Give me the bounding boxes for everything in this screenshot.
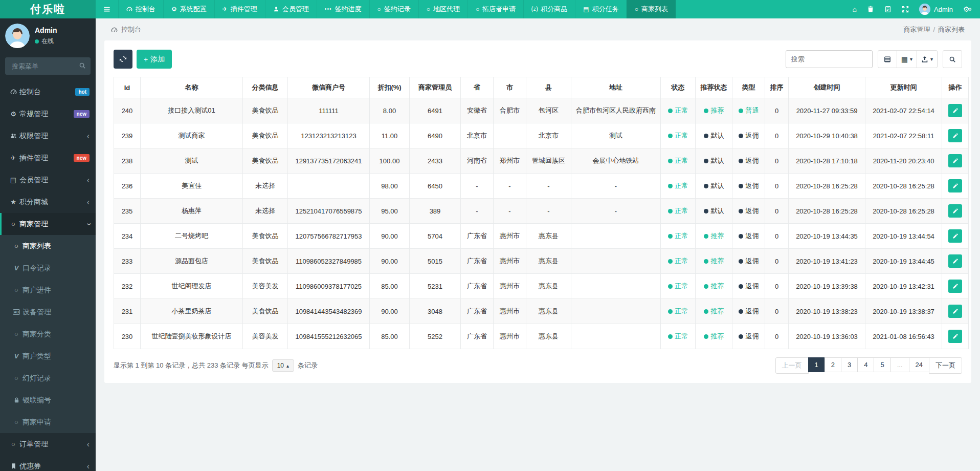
home-icon[interactable]: ⌂ xyxy=(853,6,857,13)
breadcrumb-parent-link[interactable]: 商家管理 xyxy=(903,26,930,33)
sidebar-item-商家列表[interactable]: ○ 商家列表 xyxy=(0,235,96,257)
sidebar-item-常规管理[interactable]: ⚙ 常规管理new xyxy=(0,103,96,125)
user-menu[interactable]: Admin xyxy=(919,4,953,15)
cell-value: 0 xyxy=(775,258,778,265)
sidebar-item-商户类型[interactable]: V 商户类型 xyxy=(0,345,96,367)
cell-value: 233 xyxy=(122,258,133,265)
edit-button[interactable] xyxy=(948,330,962,343)
edit-button[interactable] xyxy=(948,280,962,293)
sidebar-item-会员管理[interactable]: ▤ 会员管理‹ xyxy=(0,169,96,191)
sidebar-item-积分商城[interactable]: ★ 积分商城‹ xyxy=(0,191,96,213)
refresh-button[interactable] xyxy=(114,50,132,69)
edit-button[interactable] xyxy=(948,129,962,142)
cell-value: 美食饮品 xyxy=(252,232,279,240)
navbar-item-地区代理[interactable]: ○地区代理 xyxy=(418,0,467,18)
cell-value: 美食饮品 xyxy=(252,307,279,315)
breadcrumb-current[interactable]: 商家列表 xyxy=(938,26,965,33)
fullscreen-icon[interactable] xyxy=(902,6,909,13)
cell-value: 2020-11-27 09:33:59 xyxy=(796,107,858,115)
sidebar-toggle-button[interactable] xyxy=(96,0,118,18)
navbar-item-插件管理[interactable]: ✈插件管理 xyxy=(214,0,265,18)
sidebar-item-商户进件[interactable]: ○ 商户进件 xyxy=(0,279,96,301)
page-link-下一页[interactable]: 下一页 xyxy=(929,357,962,374)
cell-value: 232 xyxy=(122,283,133,290)
navbar-item-拓店者申请[interactable]: ○拓店者申请 xyxy=(467,0,523,18)
sidebar-item-订单管理[interactable]: ○ 订单管理‹ xyxy=(0,433,96,455)
page-link-5[interactable]: 5 xyxy=(874,357,890,372)
edit-button[interactable] xyxy=(948,305,962,318)
export-button[interactable]: ▾ xyxy=(917,50,938,68)
card-icon: ▤ xyxy=(583,6,589,12)
sidebar: Admin 在线 控制台hot ⚙ 常规管理new 权限管理‹ ✈ 插件管理ne… xyxy=(0,18,96,471)
sidebar-item-权限管理[interactable]: 权限管理‹ xyxy=(0,125,96,147)
user-name-label: Admin xyxy=(934,6,953,13)
sidebar-item-商家分类[interactable]: ○ 商家分类 xyxy=(0,323,96,345)
cell-value: 美食饮品 xyxy=(252,257,279,265)
sidebar-item-label: 会员管理 xyxy=(19,176,48,185)
page-link-1[interactable]: 1 xyxy=(808,357,825,372)
brand-logo[interactable]: 付乐啦 xyxy=(0,0,96,18)
search-icon[interactable] xyxy=(79,62,86,69)
cell-value: 未选择 xyxy=(255,207,275,215)
cell-value: 2021-02-07 22:58:11 xyxy=(873,132,934,140)
sidebar-search-input[interactable] xyxy=(5,57,91,75)
sidebar-item-口令记录[interactable]: V 口令记录 xyxy=(0,257,96,279)
page-link-上一页[interactable]: 上一页 xyxy=(775,357,809,374)
page-link-2[interactable]: 2 xyxy=(825,357,841,372)
edit-button[interactable] xyxy=(948,104,962,117)
sidebar-item-幻灯记录[interactable]: ○ 幻灯记录 xyxy=(0,367,96,389)
navbar-item-控制台[interactable]: 控制台 xyxy=(118,0,163,18)
cell-value: 2433 xyxy=(428,157,442,165)
gauge-icon xyxy=(126,6,132,12)
sidebar-item-控制台[interactable]: 控制台hot xyxy=(0,81,96,103)
table-search-input[interactable] xyxy=(786,50,873,68)
circle-icon: ○ xyxy=(476,6,479,12)
page-link-4[interactable]: 4 xyxy=(857,357,874,372)
sidebar-item-label: 订单管理 xyxy=(19,440,48,449)
sidebar-user-name: Admin xyxy=(35,26,57,34)
columns-button[interactable]: ▦▾ xyxy=(897,50,917,68)
cell-value: - xyxy=(508,182,510,190)
cell-value: 2020-10-28 17:10:18 xyxy=(796,157,858,165)
ellipsis-icon: ••• xyxy=(325,7,332,12)
navbar-item-商家列表[interactable]: ○商家列表 xyxy=(627,0,676,18)
sidebar-item-银联编号[interactable]: 银联编号 xyxy=(0,389,96,411)
circle-icon: ○ xyxy=(377,6,381,12)
sidebar-item-商家申请[interactable]: ○ 商家申请 xyxy=(0,411,96,433)
add-button[interactable]: +添加 xyxy=(137,50,172,69)
status-badge: 推荐 xyxy=(704,282,724,290)
page-link-24[interactable]: 24 xyxy=(909,357,929,372)
page-link-3[interactable]: 3 xyxy=(841,357,858,372)
navbar-item-积分任务[interactable]: ▤积分任务 xyxy=(575,0,626,18)
user-icon xyxy=(273,6,279,12)
status-badge: 返佣 xyxy=(739,157,759,164)
edit-button[interactable] xyxy=(948,154,962,167)
edit-button[interactable] xyxy=(948,254,962,268)
toggle-view-button[interactable] xyxy=(878,50,897,68)
edit-button[interactable] xyxy=(948,204,962,218)
navbar-item-系统配置[interactable]: ⚙系统配置 xyxy=(163,0,214,18)
trash-icon[interactable] xyxy=(867,6,874,13)
sidebar-item-插件管理[interactable]: ✈ 插件管理new xyxy=(0,147,96,169)
search-toggle-button[interactable] xyxy=(943,50,962,68)
table-row: 230世纪陆壹捌美妆形象设计店美容美发10984155521263206585.… xyxy=(114,324,969,349)
avatar[interactable] xyxy=(5,24,30,48)
settings-gears-icon[interactable]: ⚙⚙ xyxy=(963,6,972,13)
edit-button[interactable] xyxy=(948,179,962,192)
navbar-item-签约记录[interactable]: ○签约记录 xyxy=(369,0,418,18)
cell-value: 惠东县 xyxy=(539,332,559,340)
sidebar-item-设备管理[interactable]: AD 设备管理 xyxy=(0,301,96,323)
navbar-item-会员管理[interactable]: 会员管理 xyxy=(265,0,317,18)
page-size-dropdown[interactable]: 10▴ xyxy=(272,359,294,372)
page-link-...[interactable]: ... xyxy=(890,357,909,372)
page-item-5: 5 xyxy=(874,357,890,374)
sidebar-item-优惠券[interactable]: 优惠券‹ xyxy=(0,455,96,471)
navbar-item-签约进度[interactable]: •••签约进度 xyxy=(317,0,369,18)
sidebar-item-label: 银联编号 xyxy=(23,396,51,405)
edit-button[interactable] xyxy=(948,229,962,243)
page-item-...: ... xyxy=(891,357,909,374)
cell-value: 2020-10-19 13:44:45 xyxy=(873,258,934,265)
sidebar-item-商家管理[interactable]: ○ 商家管理‹ xyxy=(0,213,96,235)
navbar-item-积分商品[interactable]: ⒵积分商品 xyxy=(523,0,575,18)
log-icon[interactable] xyxy=(884,6,892,13)
